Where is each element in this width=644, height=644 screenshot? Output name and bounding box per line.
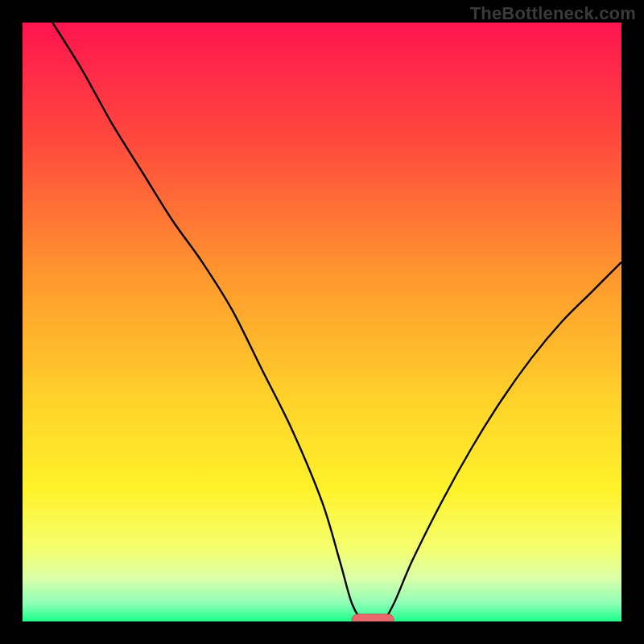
optimum-marker (352, 614, 394, 621)
watermark-text: TheBottleneck.com (470, 3, 636, 24)
bottleneck-chart (23, 23, 621, 621)
gradient-background (23, 23, 621, 621)
plot-area (23, 23, 621, 621)
chart-frame: TheBottleneck.com (0, 0, 644, 644)
